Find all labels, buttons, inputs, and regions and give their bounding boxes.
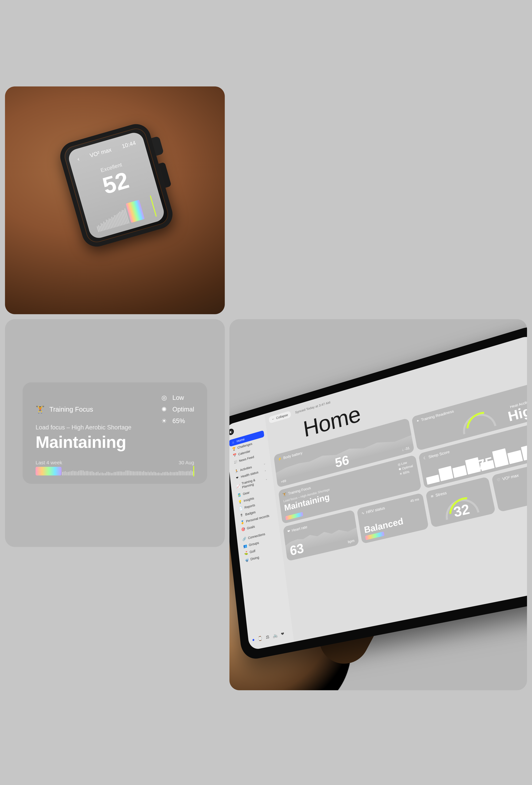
wave-icon: ∿ — [361, 511, 365, 516]
balance-value: Optimal — [172, 406, 194, 413]
app-logo[interactable]: ◐ — [229, 428, 234, 436]
card-title: Sleep Score — [428, 450, 450, 459]
stress-icon: ≋ — [430, 494, 434, 499]
holo-gradient-block — [35, 467, 61, 476]
range-end-label: 30 Aug — [179, 460, 194, 465]
sidebar-item-label: Golf — [249, 549, 255, 554]
card-title: HRV status — [366, 506, 385, 515]
hrm-device-icon[interactable]: ❤ — [281, 631, 284, 637]
chevron-down-icon: ⌄ — [263, 462, 266, 465]
record-icon: 🥇 — [240, 520, 245, 525]
load-focus-subtitle: Load focus – High Aerobic Shortage — [35, 424, 194, 431]
device-switcher[interactable]: ⌚ ⚖ 🚲 ❤ — [251, 628, 290, 644]
tablet-device: ◐ ⌂Home🏆Challenges📅Calendar📰News Feed🏃Ac… — [229, 323, 527, 661]
body-battery-delta: ↓ -31 — [402, 446, 410, 452]
target-icon: ◎ — [160, 394, 168, 401]
percent-value: 65% — [172, 417, 185, 425]
focus-stats: ◎ Low ✺ Optimal ☀ 65% — [160, 394, 194, 425]
tablet-screen[interactable]: ◐ ⌂Home🏆Challenges📅Calendar📰News Feed🏃Ac… — [229, 334, 527, 651]
plan-icon: 📈 — [236, 484, 240, 489]
balance-icon: ✺ — [160, 406, 168, 413]
sidebar-item-label: Insights — [244, 496, 254, 503]
news-icon: 📰 — [233, 460, 237, 464]
watch-device-icon[interactable]: ⌚ — [257, 636, 263, 641]
main-content: ← Collapse Synced Today at 3:47 AM Home … — [264, 334, 527, 642]
run-icon: 🏃 — [234, 469, 238, 474]
home-icon: ⌂ — [231, 440, 235, 445]
dive-icon: 🤿 — [245, 558, 249, 562]
dumbbell-icon: 🏋 — [282, 492, 287, 497]
tf-s1: Low — [401, 461, 407, 466]
bolt-icon: ⚡ — [278, 457, 282, 461]
sidebar-item-label: Goals — [247, 525, 255, 530]
hr-unit: bpm — [348, 538, 355, 544]
tf-s3: 65% — [403, 470, 410, 475]
card-title: Body battery — [283, 451, 303, 460]
goal-icon: 🎯 — [241, 527, 245, 532]
card-title: Heart rate — [292, 525, 308, 533]
sidebar-item-label: Diving — [250, 555, 259, 561]
moon-icon: ☾ — [423, 456, 427, 461]
collapse-sidebar-button[interactable]: ← Collapse — [269, 411, 291, 424]
training-status: Maintaining — [35, 433, 194, 452]
current-marker — [150, 195, 157, 217]
lungs-icon: ♡ — [497, 477, 501, 483]
card-title: Training Readiness — [421, 409, 454, 422]
range-start-label: Last 4 week — [35, 460, 62, 465]
chevron-left-icon: ← — [272, 417, 275, 421]
gear-icon: 🎽 — [237, 493, 241, 498]
spark-icon: ✦ — [416, 419, 420, 423]
scale-device-icon[interactable]: ⚖ — [265, 634, 270, 640]
holo-gradient-block — [126, 200, 145, 223]
card-title: Stress — [435, 490, 447, 498]
collapse-label: Collapse — [276, 413, 288, 420]
calendar-icon: 📅 — [233, 453, 236, 458]
golf-icon: ⛳ — [244, 551, 248, 556]
group-icon: 👥 — [243, 543, 247, 549]
dumbbell-icon: 🏋 — [35, 405, 45, 414]
vo2-value: 52 — [100, 168, 131, 198]
hr-value: 63 — [289, 541, 305, 558]
heart-icon: ❤ — [287, 529, 290, 534]
sidebar-item-label: Groups — [249, 541, 259, 547]
sleep-value: 75 — [476, 455, 495, 472]
back-icon[interactable]: ‹ — [76, 156, 80, 162]
sun-icon: ☀ — [160, 417, 168, 425]
sidebar-item-label: Reports — [244, 503, 255, 510]
report-icon: 📄 — [239, 506, 243, 511]
four-week-spark: /* bars generated below */ — [35, 467, 194, 476]
heart-icon: ❤ — [235, 476, 239, 480]
bike-device-icon[interactable]: 🚲 — [273, 632, 278, 638]
body-battery-gain: +69 — [281, 479, 286, 484]
sleep-label: Good — [428, 478, 437, 485]
intensity-value: Low — [172, 394, 184, 401]
sidebar-item-label: Home — [236, 437, 245, 443]
chevron-down-icon: ⌄ — [264, 468, 267, 472]
active-device-dot — [252, 639, 254, 641]
body-battery-value: 56 — [334, 453, 350, 470]
tablet-showcase-tile: ◐ ⌂Home🏆Challenges📅Calendar📰News Feed🏃Ac… — [229, 319, 527, 690]
watch-showcase-tile: ‹ VO² max 10:44 Excellent 52 — [5, 86, 225, 314]
chevron-down-icon: ⌄ — [265, 477, 268, 481]
current-marker — [193, 466, 194, 477]
holo-gradient-block — [285, 512, 303, 520]
trophy-icon: 🏆 — [232, 447, 236, 451]
card-title: Training Focus — [49, 406, 93, 413]
training-focus-card[interactable]: 🏋 Training Focus ◎ Low ✺ Optimal ☀ 65% — [23, 382, 207, 484]
bulb-icon: 💡 — [238, 500, 242, 504]
link-icon: 🔗 — [242, 537, 246, 541]
training-focus-tile: 🏋 Training Focus ◎ Low ✺ Optimal ☀ 65% — [5, 319, 225, 547]
sidebar-item-label: Gear — [243, 490, 250, 496]
badge-icon: 🎖 — [239, 513, 244, 518]
stress-value: 32 — [452, 502, 471, 520]
sidebar-item-label: Badges — [245, 510, 256, 516]
